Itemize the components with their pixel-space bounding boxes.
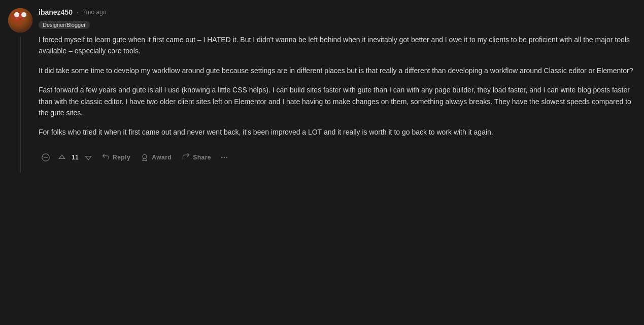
share-icon — [182, 153, 190, 161]
minus-circle-icon — [42, 153, 50, 161]
svg-point-3 — [221, 157, 222, 158]
more-options-button[interactable] — [217, 150, 231, 165]
award-button[interactable]: Award — [137, 150, 176, 165]
award-label: Award — [152, 154, 172, 161]
comment-header: ibanez450 · 7mo ago — [39, 8, 636, 16]
svg-point-4 — [224, 157, 225, 158]
paragraph-3: Fast forward a few years and gute is all… — [39, 84, 636, 118]
paragraph-2: It did take some time to develop my work… — [39, 65, 636, 76]
paragraph-4: For folks who tried it when it first cam… — [39, 126, 636, 138]
award-icon — [141, 153, 149, 161]
collapse-button[interactable] — [39, 150, 53, 165]
upvote-button[interactable] — [55, 150, 69, 165]
left-column — [8, 8, 32, 173]
content-column: ibanez450 · 7mo ago Designer/Blogger I f… — [39, 8, 636, 173]
avatar-image — [8, 8, 32, 32]
flair-badge: Designer/Blogger — [39, 21, 90, 29]
share-button[interactable]: Share — [178, 150, 215, 165]
reply-button[interactable]: Reply — [97, 150, 134, 165]
vote-count: 11 — [71, 154, 79, 161]
comment-actions: 11 Reply — [39, 146, 636, 173]
svg-point-5 — [226, 157, 227, 158]
avatar[interactable] — [8, 8, 32, 32]
svg-point-2 — [143, 154, 147, 158]
more-dots-icon — [220, 153, 228, 161]
downvote-icon — [84, 153, 92, 161]
username[interactable]: ibanez450 — [39, 8, 73, 16]
reply-icon — [101, 153, 110, 161]
share-label: Share — [193, 154, 211, 161]
reply-label: Reply — [113, 154, 130, 161]
downvote-button[interactable] — [81, 150, 95, 165]
vote-section: 11 — [55, 150, 95, 165]
comment-container: ibanez450 · 7mo ago Designer/Blogger I f… — [0, 0, 644, 173]
upvote-icon — [58, 153, 66, 161]
paragraph-1: I forced myself to learn gute when it fi… — [39, 34, 636, 57]
thread-line — [20, 37, 21, 173]
comment-body: I forced myself to learn gute when it fi… — [39, 34, 636, 138]
timestamp: 7mo ago — [83, 9, 107, 16]
separator: · — [77, 8, 79, 16]
